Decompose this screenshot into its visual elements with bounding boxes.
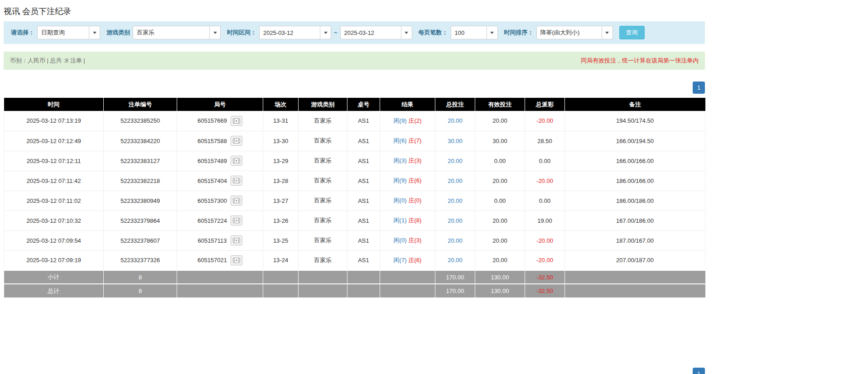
summary-row: 小计 8 170.00 130.00 -32.50 [4,270,705,284]
table-body: 2025-03-12 07:13:19 522332385250 6051576… [4,111,705,270]
page-1-button[interactable]: 1 [693,82,705,94]
footer-remark [565,284,705,297]
column-header: 有效投注 [475,98,525,111]
cell-session: 13-26 [263,211,299,230]
total-bet-link[interactable]: 20.00 [448,177,463,184]
video-replay-button[interactable] [231,235,242,245]
footer-payout: -32.50 [525,284,565,297]
game-type-input[interactable] [133,26,210,39]
cell-time: 2025-03-12 07:10:32 [4,211,104,230]
date-to-input[interactable] [340,26,401,39]
footer-count: 8 [104,284,177,297]
cell-round: 605157113 [177,230,263,250]
result-player: 闲(0) [394,197,407,204]
sort-input[interactable] [536,26,602,39]
total-bet-link[interactable]: 20.00 [448,158,463,164]
cell-bet-id: 522332380949 [104,191,177,211]
select-type-label: 请选择： [11,29,34,37]
cell-session: 13-27 [263,191,299,211]
round-number: 605157588 [198,138,227,144]
cell-table-no: AS1 [347,171,380,191]
total-bet-link[interactable]: 20.00 [448,117,463,124]
sort-dropdown-button[interactable] [602,26,613,39]
column-header: 时间 [4,98,104,111]
total-bet-link[interactable]: 30.00 [448,138,463,144]
date-from-combo [259,26,331,39]
per-page-dropdown-button[interactable] [487,26,498,39]
cell-time: 2025-03-12 07:12:11 [4,151,104,171]
round-number: 605157300 [198,197,227,204]
game-type-dropdown-button[interactable] [210,26,221,39]
cell-bet-id: 522332378607 [104,230,177,250]
video-replay-button[interactable] [231,176,242,186]
search-button[interactable]: 查询 [619,26,645,39]
date-to-dropdown-button[interactable] [401,26,412,39]
total-bet-link[interactable]: 20.00 [448,237,463,244]
cell-result: 闲(7)庄(6) [380,250,435,270]
query-type-input[interactable] [37,26,89,39]
date-from-input[interactable] [259,26,320,39]
valid-bet-notice-text: 同局有效投注，统一计算在该局第一张注单内 [581,57,699,65]
cell-table-no: AS1 [347,250,380,270]
table-row: 2025-03-12 07:12:11 522332383127 6051574… [4,151,705,171]
cell-total-bet: 30.00 [435,131,475,151]
result-player: 闲(9) [394,117,407,124]
cell-table-no: AS1 [347,131,380,151]
video-replay-button[interactable] [231,116,242,126]
query-type-dropdown-button[interactable] [89,26,100,39]
cell-valid-bet: 20.00 [475,111,525,131]
cell-valid-bet: 0.00 [475,151,525,171]
film-frame-icon [233,198,240,203]
table-row: 2025-03-12 07:11:02 522332380949 6051573… [4,191,705,211]
cell-session: 13-29 [263,151,299,171]
video-replay-button[interactable] [231,255,242,265]
result-banker: 庄(7) [409,137,422,144]
column-header: 桌号 [347,98,380,111]
total-bet-link[interactable]: 20.00 [448,197,463,204]
result-banker: 庄(8) [409,217,422,224]
table-row: 2025-03-12 07:10:32 522332379864 6051572… [4,211,705,230]
cell-table-no: AS1 [347,111,380,131]
video-replay-button[interactable] [231,156,242,166]
footer-count: 8 [104,270,177,284]
caret-down-icon [324,32,328,34]
cell-payout: 0.00 [525,191,565,211]
total-bet-link[interactable]: 20.00 [448,217,463,224]
cell-time: 2025-03-12 07:09:19 [4,250,104,270]
cell-game-type: 百家乐 [299,230,347,250]
cell-time: 2025-03-12 07:09:54 [4,230,104,250]
caret-down-icon [605,32,609,34]
cell-bet-id: 522332382218 [104,171,177,191]
per-page-label: 每页笔数： [419,29,448,37]
column-header: 注单编号 [104,98,177,111]
result-banker: 庄(6) [409,257,422,264]
cell-result: 闲(1)庄(8) [380,211,435,230]
total-bet-link[interactable]: 20.00 [448,257,463,264]
page-title: 视讯 会员下注纪录 [4,0,705,21]
cell-total-bet: 20.00 [435,230,475,250]
cell-payout: -20.00 [525,250,565,270]
cell-time: 2025-03-12 07:13:19 [4,111,104,131]
cell-result: 闲(0)庄(3) [380,230,435,250]
pagination-top: 1 [4,82,705,94]
column-header: 场次 [263,98,299,111]
cell-table-no: AS1 [347,230,380,250]
page-1-button-bottom[interactable]: 1 [693,368,705,374]
date-range-separator: ~ [334,29,338,36]
cell-valid-bet: 20.00 [475,250,525,270]
cell-payout: 19.00 [525,211,565,230]
video-replay-button[interactable] [231,136,242,146]
per-page-input[interactable] [451,26,487,39]
result-player: 闲(0) [394,237,407,244]
cell-remark: 194.50/174.50 [565,111,705,131]
cell-bet-id: 522332384220 [104,131,177,151]
footer-label: 总计 [4,284,104,297]
cell-game-type: 百家乐 [299,171,347,191]
game-type-combo [133,26,221,39]
cell-valid-bet: 0.00 [475,191,525,211]
video-replay-button[interactable] [231,196,242,206]
cell-session: 13-30 [263,131,299,151]
date-from-dropdown-button[interactable] [320,26,331,39]
video-replay-button[interactable] [231,216,242,225]
table-header-row: 时间注单编号局号场次游戏类别桌号结果总投注有效投注总派彩备注 [4,98,705,111]
